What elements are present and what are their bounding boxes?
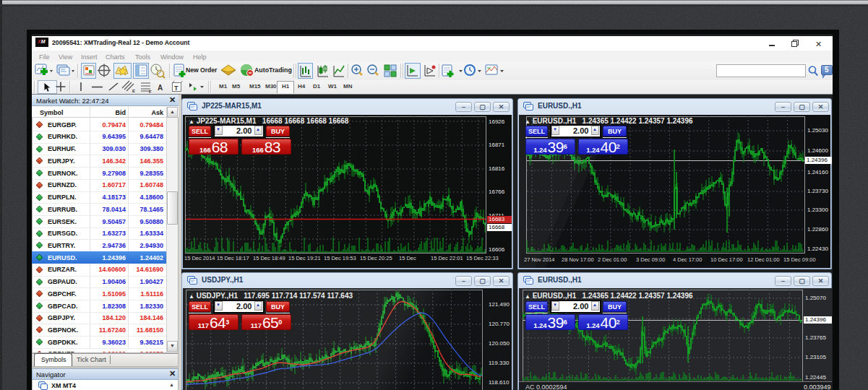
svg-text:T: T [174,84,179,92]
svg-text:E: E [132,89,135,93]
svg-text:F: F [149,90,152,94]
svg-text:A: A [158,84,163,92]
